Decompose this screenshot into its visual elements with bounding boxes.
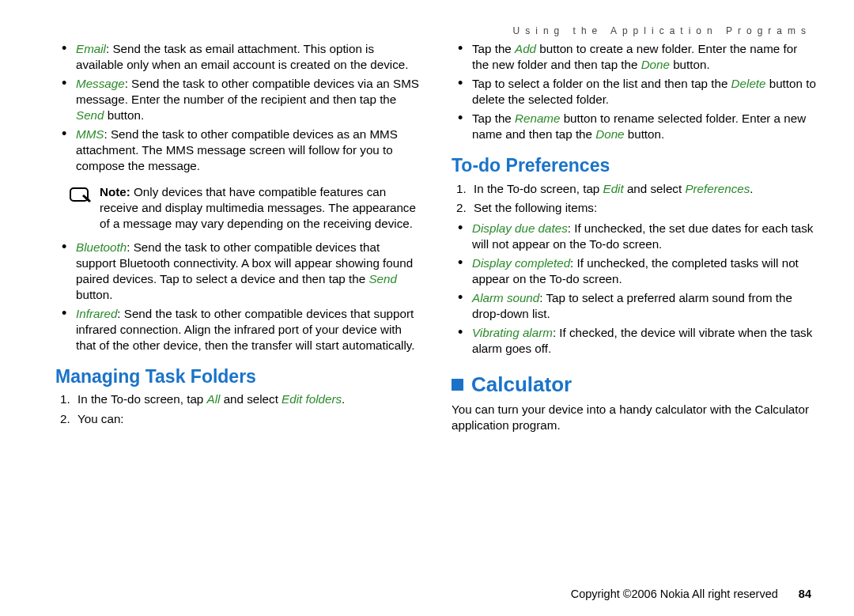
note-block: Note: Only devices that have compatible … [70,184,420,232]
term-add: Add [515,42,536,55]
svg-rect-0 [70,188,88,201]
text: Tap to select a folder on the list and t… [472,77,731,90]
note-text: Only devices that have compatible featur… [100,185,416,230]
term-delete: Delete [731,77,766,90]
note-body: Note: Only devices that have compatible … [100,184,420,232]
text: . [750,182,753,195]
text: : Send the task to other compatible devi… [76,127,398,172]
bullet-alarm-sound: Alarm sound: Tap to select a preferred a… [452,290,816,322]
text: and select [624,182,686,195]
list-item: In the To-do screen, tap All and select … [57,391,420,407]
term-email: Email [76,42,106,55]
heading-text: Calculator [471,371,572,398]
text: button. [625,127,665,141]
left-bullets-2: Bluetooth: Send the task to other compat… [55,240,420,353]
heading-calculator: Calculator [452,371,816,398]
term-infrared: Infrared [76,307,117,320]
text: Tap the [472,111,515,125]
term-vibrating: Vibrating alarm [472,326,553,339]
term-alarm-sound: Alarm sound [472,291,539,304]
text: and select [220,392,282,406]
term-done2: Done [595,127,624,141]
footer: Copyright ©2006 Nokia All right reserved… [55,588,816,600]
list-item: You can: [57,411,420,427]
bullet-delete: Tap to select a folder on the list and t… [452,76,816,108]
left-ordered-list: In the To-do screen, tap All and select … [55,391,420,426]
right-column: Tap the Add button to create a new folde… [452,41,816,588]
term-display-due: Display due dates [472,221,568,235]
term-edit-folders: Edit folders [282,392,342,406]
right-bullets-2: Display due dates: If unchecked, the set… [452,221,816,357]
note-icon [70,186,92,232]
term-send: Send [76,108,104,122]
term-all: All [207,392,221,406]
term-display-completed: Display completed [472,256,570,270]
text: In the To-do screen, tap [77,392,207,406]
page-number: 84 [799,588,811,600]
bullet-add: Tap the Add button to create a new folde… [452,41,816,73]
term-edit: Edit [603,182,624,195]
text: : Send the task to other compatible devi… [76,77,419,106]
bullet-display-completed: Display completed: If unchecked, the com… [452,255,816,287]
bullet-message: Message: Send the task to other compatib… [55,76,420,123]
calculator-intro: You can turn your device into a handy ca… [452,402,816,433]
bullet-vibrating: Vibrating alarm: If checked, the device … [452,325,816,357]
text: : Send the task as email attachment. Thi… [76,42,408,71]
left-column: Email: Send the task as email attachment… [55,41,420,588]
copyright: Copyright ©2006 Nokia All right reserved [571,588,778,600]
term-message: Message [76,77,125,90]
square-bullet-icon [452,379,463,391]
left-bullets-1: Email: Send the task as email attachment… [55,41,420,175]
text: In the To-do screen, tap [474,182,603,195]
text: button. [76,288,112,301]
heading-todo-prefs: To-do Preferences [452,153,816,177]
bullet-infrared: Infrared: Send the task to other compati… [55,306,420,353]
term-mms: MMS [76,127,104,141]
bullet-display-due: Display due dates: If unchecked, the set… [452,221,816,252]
term-send2: Send [368,272,396,285]
bullet-bluetooth: Bluetooth: Send the task to other compat… [55,240,420,303]
text: : Send the task to other compatible devi… [76,240,413,285]
right-bullets-1: Tap the Add button to create a new folde… [452,41,816,142]
text: . [342,392,345,406]
running-header: Using the Application Programs [55,25,816,36]
note-label: Note: [100,185,130,198]
list-item: Set the following items: [453,200,816,216]
term-rename: Rename [515,111,560,125]
bullet-rename: Tap the Rename button to rename selected… [452,111,816,142]
term-bluetooth: Bluetooth [76,240,127,254]
bullet-mms: MMS: Send the task to other compatible d… [55,127,420,174]
heading-managing-folders: Managing Task Folders [55,365,420,388]
text: button. [104,108,144,122]
term-done: Done [641,58,670,71]
bullet-email: Email: Send the task as email attachment… [55,41,420,73]
svg-point-1 [87,198,89,200]
right-ordered-list: In the To-do screen, tap Edit and select… [452,181,816,216]
text: button. [670,58,710,71]
text: : Send the task to other compatible devi… [76,307,415,352]
term-preferences: Preferences [685,182,750,195]
text: Tap the [472,42,515,55]
list-item: In the To-do screen, tap Edit and select… [453,181,816,197]
